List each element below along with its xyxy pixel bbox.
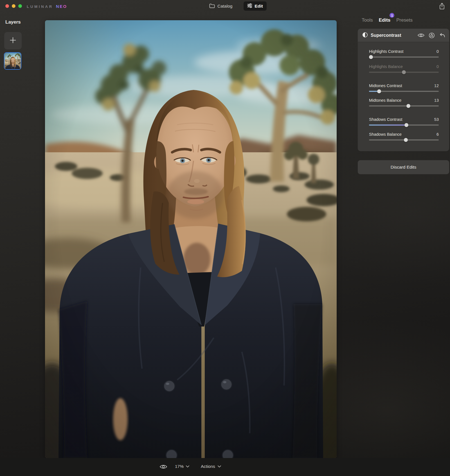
slider-midtones-contrast: Midtones Contrast12 xyxy=(369,83,439,92)
add-layer-button[interactable] xyxy=(4,32,22,49)
chevron-down-icon xyxy=(218,465,221,468)
photo-canvas xyxy=(45,20,337,458)
tab-tools[interactable]: Tools xyxy=(362,17,373,23)
share-icon[interactable] xyxy=(438,2,446,10)
slider-thumb[interactable] xyxy=(369,55,373,59)
traffic-lights xyxy=(5,4,22,8)
slider-highlights-contrast: Highlights Contrast0 xyxy=(369,49,439,58)
edit-mode-tabs: Tools Edits 1 Presets xyxy=(362,17,413,23)
slider-track[interactable] xyxy=(369,124,439,126)
catalog-button[interactable]: Catalog xyxy=(209,2,232,10)
zoom-level-dropdown[interactable]: 17% xyxy=(175,464,189,469)
luminar-neo-window: LUMINAR NEO Catalog Edit Layers xyxy=(0,0,450,476)
slider-value: 0 xyxy=(436,64,439,69)
mask-arrow-icon[interactable] xyxy=(429,32,435,38)
slider-track[interactable] xyxy=(369,72,439,73)
catalog-label: Catalog xyxy=(217,4,232,9)
folder-icon xyxy=(209,3,215,9)
logo-neo: NEO xyxy=(56,4,67,9)
chevron-down-icon xyxy=(186,465,189,468)
supercontrast-panel: Supercontrast xyxy=(358,29,449,151)
slider-track[interactable] xyxy=(369,105,439,106)
close-button[interactable] xyxy=(5,4,9,8)
undo-icon[interactable] xyxy=(439,32,445,38)
slider-value: 53 xyxy=(434,117,439,122)
slider-fill xyxy=(369,72,404,73)
compare-eye-icon[interactable] xyxy=(160,464,167,470)
edit-label: Edit xyxy=(255,4,263,9)
plus-icon xyxy=(9,37,17,45)
slider-value: 12 xyxy=(434,83,439,88)
slider-thumb[interactable] xyxy=(406,104,410,108)
layer-thumbnail[interactable] xyxy=(4,52,21,70)
contrast-icon xyxy=(362,32,368,39)
slider-label: Highlights Contrast xyxy=(369,49,404,54)
discard-edits-button[interactable]: Discard Edits xyxy=(358,160,449,174)
slider-midtones-balance: Midtones Balance13 xyxy=(369,98,439,106)
slider-label: Shadows Contrast xyxy=(369,117,402,122)
tool-title: Supercontrast xyxy=(371,33,401,38)
zoom-button[interactable] xyxy=(18,4,22,8)
slider-shadows-contrast: Shadows Contrast53 xyxy=(369,117,439,126)
slider-label: Midtones Balance xyxy=(369,98,401,103)
slider-value: 0 xyxy=(436,49,439,54)
tab-presets[interactable]: Presets xyxy=(396,17,413,23)
slider-thumb[interactable] xyxy=(404,123,408,127)
edit-button[interactable]: Edit xyxy=(244,1,267,11)
slider-track[interactable] xyxy=(369,56,439,58)
minimize-button[interactable] xyxy=(12,4,15,8)
slider-value: 6 xyxy=(436,132,439,137)
bottom-toolbar: 17% Actions xyxy=(0,458,450,476)
app-logo: LUMINAR NEO xyxy=(27,4,67,9)
slider-fill xyxy=(369,139,406,140)
slider-label: Highlights Balance xyxy=(369,64,403,69)
slider-thumb[interactable] xyxy=(404,138,408,142)
sliders-icon xyxy=(247,3,252,9)
actions-label: Actions xyxy=(201,464,215,469)
slider-fill xyxy=(369,105,408,106)
edits-count-badge: 1 xyxy=(390,13,394,18)
logo-luminar: LUMINAR xyxy=(27,4,53,9)
slider-track[interactable] xyxy=(369,139,439,140)
slider-value: 13 xyxy=(434,98,439,103)
supercontrast-header: Supercontrast xyxy=(358,29,449,42)
actions-dropdown[interactable]: Actions xyxy=(201,464,221,469)
portrait-photo xyxy=(45,20,337,458)
slider-label: Shadows Balance xyxy=(369,132,402,137)
slider-thumb[interactable] xyxy=(402,70,406,74)
slider-label: Midtones Contrast xyxy=(369,83,402,88)
zoom-level-value: 17% xyxy=(175,464,184,469)
visibility-eye-icon[interactable] xyxy=(418,33,424,38)
layers-panel-title: Layers xyxy=(5,19,21,25)
slider-thumb[interactable] xyxy=(377,89,381,93)
slider-highlights-balance: Highlights Balance0 xyxy=(369,64,439,73)
slider-shadows-balance: Shadows Balance6 xyxy=(369,132,439,140)
slider-fill xyxy=(369,124,406,126)
tab-edits[interactable]: Edits 1 xyxy=(379,17,391,23)
slider-track[interactable] xyxy=(369,91,439,92)
